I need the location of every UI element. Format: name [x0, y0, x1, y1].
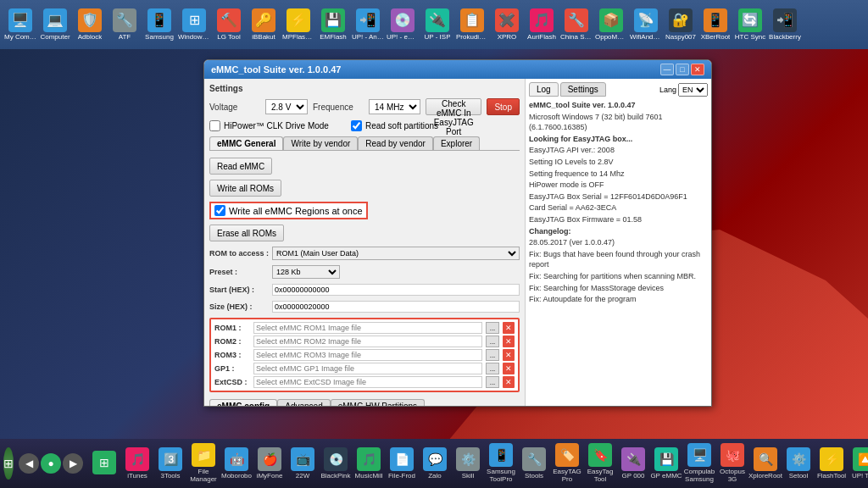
stools-icon[interactable]: 🔧 Stools	[518, 443, 550, 484]
ibbakut-icon[interactable]: 🔑 iBBakut	[247, 3, 281, 47]
rom-browse-rom2[interactable]: ...	[486, 336, 499, 347]
frequency-select[interactable]: 14 MHz	[369, 99, 420, 114]
gp-emmc-icon[interactable]: 💾 GP eMMC	[650, 443, 682, 484]
up-isp-icon[interactable]: 🔌 UP - ISP	[420, 3, 454, 47]
minimize-button[interactable]: —	[660, 64, 674, 75]
filemanager-icon[interactable]: 📁 File Manager	[187, 443, 220, 484]
mobileflash-icon[interactable]: ⚡ MPFlashTool	[281, 3, 315, 47]
frequency-label: Frequence	[313, 103, 364, 112]
up1-icon[interactable]: 📲 UP! - Android	[351, 3, 385, 47]
3tools-icon[interactable]: 3️⃣ 3Tools	[154, 443, 186, 484]
skill-icon[interactable]: ⚙️ Skill	[452, 443, 484, 484]
rom-browse-rom3[interactable]: ...	[486, 349, 499, 361]
filefrod-icon-img: 📄	[390, 447, 414, 471]
musicmill-icon[interactable]: 🎵 MusicMill	[353, 443, 385, 484]
inner-tab-2[interactable]: eMMC HW Partitions	[331, 399, 425, 406]
write-regions-checkbox[interactable]	[214, 205, 225, 216]
zalo-icon[interactable]: 💬 Zalo	[419, 443, 451, 484]
rom-clear-rom1[interactable]: ✕	[503, 322, 515, 334]
lang-select[interactable]: EN	[678, 83, 708, 97]
main-tab-1[interactable]: Write by vendor	[283, 136, 358, 150]
start-button[interactable]: ⊞	[3, 447, 14, 480]
log-line: 28.05.2017 (ver 1.0.0.47)	[529, 237, 708, 248]
windows-device-icon[interactable]: ⊞ Windows Device	[177, 3, 211, 47]
rom-clear-rom2[interactable]: ✕	[503, 336, 515, 347]
main-tab-0[interactable]: eMMC General	[209, 136, 283, 150]
chinesetools-icon[interactable]: 🔧 China Serv.	[559, 3, 593, 47]
upe-tool-icon[interactable]: 🔼 UP! Tool	[849, 443, 868, 484]
size-hex-input[interactable]	[272, 301, 520, 313]
rom-browse-rom1[interactable]: ...	[486, 322, 499, 334]
compulab-icon-label: Compulab Samsung	[683, 469, 715, 484]
easytag-pro-icon[interactable]: 🏷️ EasyTAG Pro	[551, 443, 583, 484]
rom-browse-gp1[interactable]: ...	[486, 363, 499, 374]
itunes-icon[interactable]: 🎵 iTunes	[121, 443, 153, 484]
back-button[interactable]: ◀	[19, 453, 39, 474]
filefrod-icon[interactable]: 📄 File-Frod	[386, 443, 418, 484]
xpro-icon[interactable]: ✖️ XPRO	[490, 3, 524, 47]
main-tab-3[interactable]: Explorer	[433, 136, 480, 150]
samsung-tool-icon[interactable]: 📱 Samsung ToolPro	[485, 443, 517, 484]
auriflash-icon-label: AuriFlash	[527, 34, 556, 42]
forward-button[interactable]: ●	[41, 453, 61, 474]
check-emmc-button[interactable]: Check eMMC In EasyJTAG Port	[426, 98, 481, 115]
maximize-button[interactable]: □	[676, 64, 689, 75]
octopus-icon[interactable]: 🐙 Octopus 3G	[716, 443, 748, 484]
moborobo-icon[interactable]: 🤖 Moborobo	[220, 443, 253, 484]
my-computer-icon[interactable]: 🖥️ My Computer	[3, 3, 37, 47]
rom-input-extcsd[interactable]	[253, 376, 482, 388]
read-emmc-button[interactable]: Read eMMC	[209, 158, 272, 175]
rom-clear-rom3[interactable]: ✕	[503, 349, 515, 361]
close-button[interactable]: ✕	[691, 64, 704, 75]
stop-button[interactable]: Stop	[487, 98, 520, 115]
easytag-tool-icon[interactable]: 🔖 EasyTag Tool	[584, 443, 616, 484]
rom-browse-extcsd[interactable]: ...	[486, 376, 499, 388]
up-emmc-icon[interactable]: 💿 UP! - eMMC	[386, 3, 420, 47]
oppomodel-icon[interactable]: 📦 OppoModel Tool	[594, 3, 628, 47]
erase-all-roms-button[interactable]: Erase all ROMs	[209, 225, 284, 241]
preset-select[interactable]: 128 Kb	[272, 265, 340, 279]
settings-tab[interactable]: Settings	[560, 82, 606, 97]
hipower-checkbox[interactable]	[209, 120, 220, 131]
htcsync-icon[interactable]: 🔄 HTC Sync	[733, 3, 767, 47]
rom-clear-extcsd[interactable]: ✕	[503, 376, 515, 388]
rom-clear-gp1[interactable]: ✕	[503, 363, 515, 374]
inner-tab-1[interactable]: Advanced	[277, 399, 330, 406]
gp-000-icon[interactable]: 🔌 GP 000	[617, 443, 649, 484]
rom-access-select[interactable]: ROM1 (Main User Data)	[272, 247, 520, 260]
rom-input-rom2[interactable]	[253, 336, 482, 347]
blackbottom-icon[interactable]: 💿 BlackPink	[320, 443, 352, 484]
22w-icon[interactable]: 📺 22W	[287, 443, 319, 484]
soft-partitions-checkbox[interactable]	[351, 120, 362, 131]
play-button[interactable]: ▶	[63, 453, 83, 474]
blackberry-icon[interactable]: 📲 Blackberry	[768, 3, 802, 47]
setool-icon[interactable]: ⚙️ Setool	[782, 443, 815, 484]
main-tab-2[interactable]: Read by vendor	[358, 136, 433, 150]
rom-input-gp1[interactable]	[253, 363, 482, 374]
imyfone-icon[interactable]: 🍎 iMyFone	[253, 443, 286, 484]
prokudie-icon[interactable]: 📋 Prokudie Prog	[455, 3, 489, 47]
emflash-icon[interactable]: 💾 EMFlash	[316, 3, 350, 47]
rom-input-rom1[interactable]	[253, 322, 482, 334]
log-tab[interactable]: Log	[529, 82, 559, 97]
rom-input-rom3[interactable]	[253, 349, 482, 361]
rom-label-rom2: ROM2 :	[214, 337, 250, 346]
start-button[interactable]: ⊞	[88, 443, 120, 484]
write-all-roms-button[interactable]: Write all ROMs	[209, 180, 281, 197]
wifiandroid-icon[interactable]: 📡 WifiAndroid	[629, 3, 663, 47]
atf-icon[interactable]: 🔧 ATF	[108, 3, 142, 47]
voltage-select[interactable]: 2.8 V	[265, 99, 308, 114]
compulab-icon[interactable]: 🖥️ Compulab Samsung	[683, 443, 715, 484]
lg-tool-icon[interactable]: 🔨 LG Tool	[212, 3, 246, 47]
start-hex-input[interactable]	[272, 284, 520, 296]
xplore-icon[interactable]: 🔍 XploreRoot	[749, 443, 782, 484]
nspro-icon[interactable]: 🔐 Naspy007	[664, 3, 698, 47]
auriflash-icon[interactable]: 🎵 AuriFlash	[525, 3, 559, 47]
adblock-icon[interactable]: 🛡️ Adblock	[73, 3, 107, 47]
soft-partitions-label: Read soft partitions	[365, 121, 438, 130]
xboxroot-icon[interactable]: 📱 XBerRoot	[698, 3, 732, 47]
computer-icon[interactable]: 💻 Computer	[38, 3, 72, 47]
flashtool-icon[interactable]: ⚡ FlashTool	[815, 443, 848, 484]
samsung-icon[interactable]: 📱 Samsung	[142, 3, 176, 47]
inner-tab-0[interactable]: eMMC config	[209, 399, 277, 406]
